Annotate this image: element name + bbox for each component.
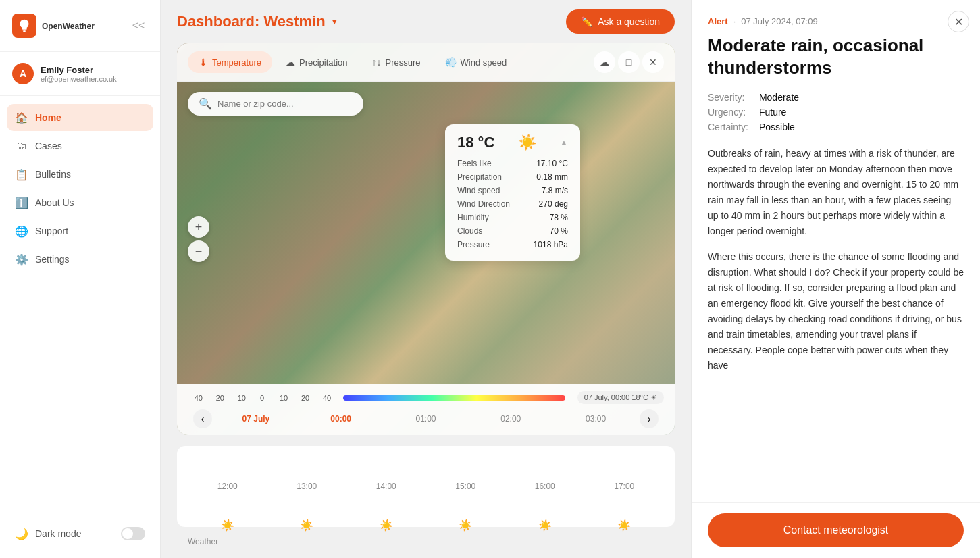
map-tabs: 🌡 Temperature ☁ Precipitation ↑↓ Pressur… bbox=[177, 43, 675, 82]
cloud-icon: ☁ bbox=[286, 57, 295, 68]
weather-label: Weather bbox=[188, 537, 218, 547]
settings-icon: ⚙️ bbox=[15, 253, 28, 266]
ask-question-button[interactable]: ✏️ Ask a question bbox=[566, 9, 675, 34]
pencil-icon: ✏️ bbox=[581, 16, 592, 27]
map-layers-button[interactable]: ☁ bbox=[594, 51, 615, 73]
sidebar-item-label: Cases bbox=[35, 141, 62, 151]
alert-content: Alert · 07 July 2024, 07:09 Moderate rai… bbox=[692, 0, 980, 502]
sidebar-item-label: Bulletins bbox=[35, 169, 71, 180]
sidebar-item-settings[interactable]: ⚙️ Settings bbox=[7, 246, 153, 273]
timeline-hour-02[interactable]: 02:00 bbox=[469, 414, 552, 424]
timeline-hour-03[interactable]: 03:00 bbox=[555, 414, 637, 424]
timeline-next-button[interactable]: › bbox=[640, 409, 659, 428]
map-fullscreen-button[interactable]: ✕ bbox=[642, 51, 664, 73]
urgency-label: Urgency: bbox=[708, 107, 748, 118]
user-info: A Emily Foster ef@openweather.co.uk bbox=[0, 52, 160, 96]
sidebar-item-bulletins[interactable]: 📋 Bulletins bbox=[7, 161, 153, 188]
sidebar-item-label: Support bbox=[35, 226, 68, 236]
wind-icon: 💨 bbox=[445, 57, 457, 68]
timeline-prev-button[interactable]: ‹ bbox=[193, 409, 212, 428]
timeline-date-badge: 07 July, 00:00 18°C ☀ bbox=[577, 391, 664, 404]
sidebar-header: OpenWeather << bbox=[0, 0, 160, 52]
tooltip-collapse-icon[interactable]: ▲ bbox=[560, 138, 568, 147]
timeline-date[interactable]: 07 July bbox=[215, 414, 297, 424]
dark-mode-row: 🌙 Dark mode bbox=[7, 520, 153, 547]
sidebar-item-label: Home bbox=[35, 112, 61, 123]
cases-icon: 🗂 bbox=[15, 139, 28, 153]
sidebar-item-cases[interactable]: 🗂 Cases bbox=[7, 132, 153, 159]
color-bar: -40 -20 -10 0 10 20 40 07 July, 00:00 18… bbox=[188, 391, 664, 404]
tooltip-temperature: 18 °C ☀️ ▲ bbox=[457, 134, 568, 151]
map-search-inner: 🔍 bbox=[188, 92, 363, 116]
severity-value: Moderate bbox=[759, 92, 964, 103]
schedule-12: 12:00 bbox=[217, 482, 238, 491]
map-search-input[interactable] bbox=[217, 99, 353, 109]
weather-icon-3: ☀️ bbox=[380, 519, 393, 532]
map-tab-precipitation[interactable]: ☁ Precipitation bbox=[275, 51, 359, 73]
main-content: Dashboard: Westmin ▾ ✏️ Ask a question 🌡… bbox=[161, 0, 691, 558]
timeline-hour-01[interactable]: 01:00 bbox=[385, 414, 467, 424]
sidebar-item-support[interactable]: 🌐 Support bbox=[7, 218, 153, 245]
timeline-hour-00[interactable]: 00:00 bbox=[300, 414, 382, 424]
alert-timestamp: 07 July 2024, 07:09 bbox=[741, 16, 817, 26]
timeline-hours: ‹ 07 July 00:00 01:00 02:00 03:00 › bbox=[188, 409, 664, 428]
alert-body: Outbreaks of rain, heavy at times with a… bbox=[708, 146, 964, 374]
map-tab-temperature[interactable]: 🌡 Temperature bbox=[188, 51, 272, 73]
dark-mode-toggle[interactable] bbox=[121, 527, 145, 540]
zoom-out-button[interactable]: − bbox=[188, 240, 209, 262]
sidebar: OpenWeather << A Emily Foster ef@openwea… bbox=[0, 0, 161, 558]
alert-footer: Contact meteorologist bbox=[692, 502, 980, 558]
temperature-gradient bbox=[343, 395, 565, 401]
weather-icon-4: ☀️ bbox=[459, 519, 472, 532]
map-timeline: -40 -20 -10 0 10 20 40 07 July, 00:00 18… bbox=[177, 384, 675, 435]
logo-icon bbox=[12, 14, 36, 38]
sidebar-item-home[interactable]: 🏠 Home bbox=[7, 104, 153, 131]
sidebar-item-label: About Us bbox=[35, 197, 74, 208]
logo-text: OpenWeather bbox=[42, 20, 95, 32]
zoom-in-button[interactable]: + bbox=[188, 216, 209, 238]
schedule-13: 13:00 bbox=[296, 482, 317, 491]
contact-meteorologist-button[interactable]: Contact meteorologist bbox=[708, 513, 964, 547]
map-tab-wind-speed[interactable]: 💨 Wind speed bbox=[434, 51, 518, 73]
alert-title: Moderate rain, occasional thunderstorms bbox=[708, 34, 964, 78]
temperature-value: 18 °C bbox=[457, 134, 494, 151]
schedule-weather-row: Weather bbox=[188, 534, 664, 549]
alert-paragraph-1: Outbreaks of rain, heavy at times with a… bbox=[708, 146, 964, 240]
logo: OpenWeather bbox=[12, 14, 95, 38]
tooltip-clouds: Clouds 70 % bbox=[457, 224, 568, 238]
sun-icon: ☀️ bbox=[518, 134, 536, 151]
map-search: 🔍 bbox=[188, 92, 363, 116]
certainty-label: Certainty: bbox=[708, 122, 748, 132]
schedule-15: 15:00 bbox=[455, 482, 475, 491]
ask-button-label: Ask a question bbox=[598, 16, 660, 27]
svg-rect-0 bbox=[22, 30, 26, 31]
sidebar-item-about[interactable]: ℹ️ About Us bbox=[7, 189, 153, 216]
severity-label: Severity: bbox=[708, 92, 748, 103]
map-action-button-2[interactable]: □ bbox=[618, 51, 640, 73]
tooltip-feels-like: Feels like 17.10 °C bbox=[457, 157, 568, 170]
alert-badge: Alert bbox=[708, 16, 728, 26]
weather-icon-1: ☀️ bbox=[221, 519, 234, 532]
home-icon: 🏠 bbox=[15, 111, 28, 124]
avatar: A bbox=[12, 63, 34, 84]
location-name: Westmin bbox=[263, 13, 325, 30]
user-name: Emily Foster bbox=[41, 65, 117, 75]
alert-meta: Alert · 07 July 2024, 07:09 bbox=[708, 16, 964, 26]
map-tab-pressure[interactable]: ↑↓ Pressure bbox=[361, 51, 432, 73]
close-panel-button[interactable]: ✕ bbox=[948, 11, 969, 32]
user-email: ef@openweather.co.uk bbox=[41, 75, 117, 83]
collapse-sidebar-button[interactable]: << bbox=[129, 16, 148, 35]
map-zoom-controls: + − bbox=[188, 216, 209, 262]
user-details: Emily Foster ef@openweather.co.uk bbox=[41, 65, 117, 83]
weather-icon-2: ☀️ bbox=[300, 519, 313, 532]
tooltip-pressure: Pressure 1018 hPa bbox=[457, 238, 568, 251]
title-prefix: Dashboard: bbox=[177, 13, 259, 30]
alert-paragraph-2: Where this occurs, there is the chance o… bbox=[708, 249, 964, 374]
tooltip-precipitation: Precipitation 0.18 mm bbox=[457, 170, 568, 184]
sidebar-item-label: Settings bbox=[35, 254, 70, 265]
tooltip-wind-direction: Wind Direction 270 deg bbox=[457, 197, 568, 211]
search-icon: 🔍 bbox=[199, 97, 212, 110]
support-icon: 🌐 bbox=[15, 224, 28, 238]
dark-mode-left: 🌙 Dark mode bbox=[15, 527, 81, 540]
location-chevron-icon[interactable]: ▾ bbox=[332, 17, 343, 28]
